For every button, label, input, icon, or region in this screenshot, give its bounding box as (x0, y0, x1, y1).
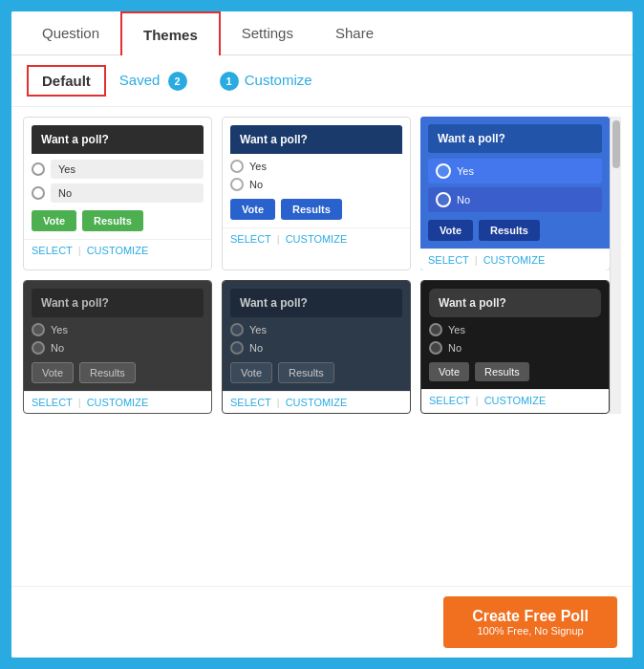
themes-scroll-area: Want a poll? Yes No Vot (23, 117, 610, 414)
theme-blue-bright-radio-no (436, 192, 451, 207)
create-poll-line2: 100% Free, No Signup (472, 625, 589, 637)
theme-blue-bright-actions: SELECT | CUSTOMIZE (420, 248, 610, 270)
theme-dark-blue-customize[interactable]: CUSTOMIZE (286, 397, 348, 408)
theme-black-customize[interactable]: CUSTOMIZE (484, 395, 547, 406)
bottom-bar: Create Free Poll 100% Free, No Signup (11, 586, 633, 658)
theme-dark-sep: | (78, 245, 81, 256)
themes-with-scroll: Want a poll? Yes No Vot (23, 117, 621, 414)
scroll-thumb[interactable] (612, 120, 620, 168)
tab-share[interactable]: Share (314, 11, 395, 54)
theme-blue-dark-vote-btn[interactable]: Vote (230, 199, 275, 220)
theme-blue-bright-option-no: No (428, 187, 602, 212)
subtab-customize[interactable]: 1 Customize (203, 66, 326, 97)
theme-dark-blue-option-yes: Yes (230, 323, 402, 336)
theme-black-radio-no (429, 341, 442, 355)
theme-dark-blue-select[interactable]: SELECT (230, 397, 271, 408)
saved-badge: 2 (168, 72, 187, 91)
theme-blue-bright-customize[interactable]: CUSTOMIZE (483, 254, 546, 266)
theme-blue-dark-yes-label: Yes (249, 161, 267, 172)
theme-blue-bright-results-btn[interactable]: Results (479, 220, 540, 241)
theme-dark-actions: SELECT | CUSTOMIZE (24, 239, 211, 261)
top-tabs: Question Themes Settings Share (11, 11, 633, 55)
theme-black-results-btn[interactable]: Results (475, 362, 529, 381)
theme-dark-blue-results-btn[interactable]: Results (278, 362, 334, 383)
theme-card-dark-gray: Want a poll? Yes No Vot (23, 280, 212, 414)
theme-dark-customize[interactable]: CUSTOMIZE (87, 245, 149, 256)
theme-card-black: Want a poll? Yes No Vot (420, 280, 610, 414)
theme-black-sep: | (476, 395, 479, 406)
theme-dark-gray-vote-btn[interactable]: Vote (32, 362, 74, 383)
theme-blue-bright-option-yes: Yes (428, 159, 602, 183)
theme-dark-gray-radio-yes (32, 323, 45, 336)
theme-black-radio-yes (429, 323, 442, 336)
theme-black-no-label: No (448, 342, 462, 354)
subtab-default[interactable]: Default (27, 65, 106, 97)
theme-dark-select[interactable]: SELECT (32, 245, 73, 256)
theme-blue-bright-inner: Want a poll? Yes No Vot (420, 117, 610, 248)
theme-blue-dark-results-btn[interactable]: Results (281, 199, 342, 220)
theme-card-dark: Want a poll? Yes No Vot (23, 117, 212, 270)
theme-dark-gray-select[interactable]: SELECT (32, 397, 73, 408)
theme-dark-gray-no-label: No (51, 342, 64, 354)
theme-dark-gray-yes-label: Yes (51, 324, 68, 335)
tab-themes[interactable]: Themes (120, 11, 221, 55)
theme-black-actions: SELECT | CUSTOMIZE (421, 389, 609, 411)
theme-black-inner: Want a poll? Yes No Vot (421, 281, 609, 389)
create-poll-button[interactable]: Create Free Poll 100% Free, No Signup (443, 596, 617, 648)
theme-dark-yes-bar: Yes (51, 160, 204, 179)
theme-dark-vote-btn[interactable]: Vote (32, 210, 76, 231)
theme-dark-gray-inner: Want a poll? Yes No Vot (24, 281, 211, 391)
theme-dark-blue-buttons: Vote Results (230, 362, 402, 383)
theme-dark-gray-customize[interactable]: CUSTOMIZE (87, 397, 149, 408)
theme-blue-bright-buttons: Vote Results (428, 220, 602, 241)
theme-dark-blue-radio-yes (230, 323, 244, 336)
theme-blue-dark-buttons: Vote Results (230, 199, 402, 220)
theme-dark-gray-option-yes: Yes (32, 323, 204, 336)
theme-dark-blue-no-label: No (249, 342, 263, 354)
theme-black-yes-label: Yes (448, 324, 465, 335)
tab-question[interactable]: Question (21, 11, 120, 54)
create-poll-line1: Create Free Poll (472, 608, 589, 625)
themes-grid: Want a poll? Yes No Vot (23, 117, 610, 414)
subtab-saved-label: Saved (119, 72, 161, 88)
theme-blue-dark-option-no: No (230, 178, 402, 191)
theme-dark-results-btn[interactable]: Results (82, 210, 143, 231)
theme-black-question: Want a poll? (429, 289, 601, 317)
theme-dark-gray-results-btn[interactable]: Results (79, 362, 136, 383)
theme-blue-dark-customize[interactable]: CUSTOMIZE (286, 233, 348, 245)
theme-blue-bright-yes-label: Yes (457, 165, 474, 177)
theme-dark-gray-buttons: Vote Results (32, 362, 204, 383)
theme-black-vote-btn[interactable]: Vote (429, 362, 469, 381)
customize-badge: 1 (220, 72, 239, 91)
theme-black-option-yes: Yes (429, 323, 601, 336)
subtab-saved[interactable]: Saved 2 (106, 66, 203, 97)
theme-black-select[interactable]: SELECT (429, 395, 470, 406)
themes-content: Want a poll? Yes No Vot (11, 107, 633, 586)
theme-blue-bright-select[interactable]: SELECT (428, 254, 469, 266)
theme-blue-bright-vote-btn[interactable]: Vote (428, 220, 473, 241)
sub-tabs: Default Saved 2 1 Customize (11, 55, 633, 107)
theme-dark-blue-radio-no (230, 341, 244, 355)
theme-blue-bright-no-label: No (457, 194, 470, 205)
main-container: Question Themes Settings Share Default S… (0, 0, 644, 669)
tab-settings[interactable]: Settings (221, 11, 314, 54)
theme-blue-dark-inner: Want a poll? Yes No Vot (223, 118, 410, 227)
theme-dark-blue-sep: | (277, 397, 280, 408)
theme-blue-dark-question: Want a poll? (230, 125, 402, 154)
theme-dark-option-no: No (32, 183, 204, 203)
theme-dark-gray-radio-no (32, 341, 45, 355)
theme-dark-blue-question: Want a poll? (230, 289, 402, 317)
theme-dark-gray-question: Want a poll? (32, 289, 204, 317)
theme-blue-dark-select[interactable]: SELECT (230, 233, 271, 245)
theme-dark-no-bar: No (51, 183, 204, 203)
theme-dark-blue-vote-btn[interactable]: Vote (230, 362, 272, 383)
theme-blue-bright-question: Want a poll? (428, 124, 602, 153)
theme-blue-dark-actions: SELECT | CUSTOMIZE (223, 227, 410, 249)
theme-blue-dark-option-yes: Yes (230, 160, 402, 173)
theme-dark-buttons: Vote Results (32, 210, 204, 231)
theme-card-dark-blue: Want a poll? Yes No Vot (222, 280, 411, 414)
theme-dark-option-yes: Yes (32, 160, 204, 179)
theme-blue-dark-radio-no (230, 178, 244, 191)
scrollbar[interactable] (610, 117, 621, 414)
theme-card-blue-bright: Want a poll? Yes No Vot (420, 117, 610, 270)
